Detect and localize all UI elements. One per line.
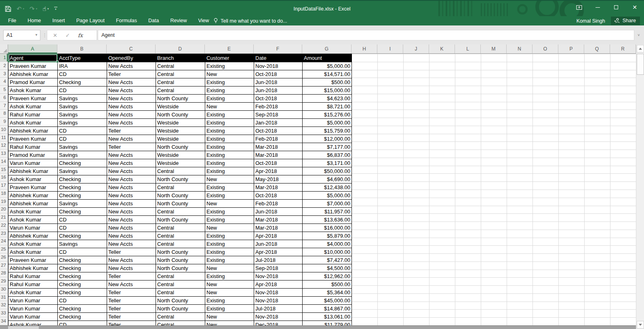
row-header-27[interactable]: 27: [0, 262, 8, 270]
row-header-28[interactable]: 28: [0, 269, 8, 277]
tab-review[interactable]: Review: [164, 16, 192, 25]
cell-C26[interactable]: New Accts: [107, 256, 156, 264]
cell-F4[interactable]: Jun-2018: [254, 78, 303, 86]
cell-C31[interactable]: Teller: [107, 297, 156, 305]
cell-D21[interactable]: North County: [156, 216, 205, 224]
cell-G17[interactable]: $12,438.00: [303, 183, 352, 192]
col-header-H[interactable]: H: [351, 44, 377, 53]
cell-C25[interactable]: Teller: [107, 248, 156, 256]
cell-F15[interactable]: Apr-2018: [254, 167, 303, 175]
row-header-5[interactable]: 5: [0, 86, 8, 94]
tab-formulas[interactable]: Formulas: [110, 16, 143, 25]
insert-function-icon[interactable]: fx: [78, 32, 83, 38]
row-header-16[interactable]: 16: [0, 173, 8, 181]
cell-G29[interactable]: $500.00: [303, 280, 352, 289]
cell-F28[interactable]: Nov-2018: [254, 272, 303, 280]
cell-D19[interactable]: North County: [156, 200, 205, 208]
cell-G7[interactable]: $8,721.00: [303, 103, 352, 111]
row-header-31[interactable]: 31: [0, 293, 8, 302]
row-header-7[interactable]: 7: [0, 102, 8, 110]
tab-file[interactable]: File: [2, 16, 22, 25]
col-header-O[interactable]: O: [532, 44, 558, 53]
cell-A6[interactable]: Praveen Kumar: [8, 95, 58, 103]
cell-C12[interactable]: Teller: [107, 143, 156, 151]
cell-A5[interactable]: Ashok Kumar: [8, 86, 58, 95]
cell-D4[interactable]: Central: [156, 78, 205, 86]
cell-D33[interactable]: Central: [156, 313, 205, 321]
cell-C2[interactable]: New Accts: [107, 62, 156, 70]
cell-E14[interactable]: Existing: [205, 159, 254, 167]
row-header-29[interactable]: 29: [0, 277, 8, 285]
cell-A34[interactable]: Ashok Kumar: [8, 321, 58, 326]
cell-B10[interactable]: CD: [58, 127, 107, 135]
cell-F33[interactable]: Nov-2018: [254, 313, 303, 321]
cell-A7[interactable]: Ashok Kumar: [8, 103, 58, 111]
cell-A28[interactable]: Rahul Kumar: [8, 272, 58, 280]
cell-E17[interactable]: Existing: [205, 183, 254, 192]
cell-C13[interactable]: New Accts: [107, 151, 156, 159]
cell-D10[interactable]: Westside: [156, 127, 205, 135]
cell-B24[interactable]: Savings: [58, 240, 107, 248]
cell-B33[interactable]: Checking: [58, 313, 107, 321]
cell-B20[interactable]: Checking: [58, 208, 107, 216]
cell-C16[interactable]: New Accts: [107, 175, 156, 183]
close-button[interactable]: ✕: [625, 1, 644, 14]
cell-G20[interactable]: $11,957.00: [303, 208, 352, 216]
cell-A13[interactable]: Pramod Kumar: [8, 151, 58, 159]
cell-C23[interactable]: New Accts: [107, 232, 156, 240]
cell-E25[interactable]: Existing: [205, 248, 254, 256]
cell-F7[interactable]: Feb-2018: [254, 103, 303, 111]
cell-E1[interactable]: Customer: [205, 54, 254, 62]
cell-G11[interactable]: $12,000.00: [303, 135, 352, 143]
cell-G32[interactable]: $14,867.00: [303, 305, 352, 313]
row-header-1[interactable]: 1: [0, 54, 8, 62]
cell-F18[interactable]: Oct-2018: [254, 192, 303, 200]
cell-D17[interactable]: Central: [156, 183, 205, 192]
cell-D28[interactable]: Central: [156, 272, 205, 280]
cell-E30[interactable]: New: [205, 289, 254, 297]
cell-D9[interactable]: Westside: [156, 119, 205, 127]
select-all-button[interactable]: [0, 44, 8, 53]
row-header-23[interactable]: 23: [0, 230, 8, 238]
cell-F19[interactable]: Feb-2018: [254, 200, 303, 208]
cell-F13[interactable]: Mar-2018: [254, 151, 303, 159]
cell-F17[interactable]: Mar-2018: [254, 183, 303, 192]
cell-A1[interactable]: Agent: [8, 54, 58, 62]
share-button[interactable]: Share: [611, 17, 640, 25]
row-header-25[interactable]: 25: [0, 245, 8, 253]
cell-C1[interactable]: OpenedBy: [107, 54, 156, 62]
cell-G30[interactable]: $5,364.00: [303, 289, 352, 297]
cell-F3[interactable]: Oct-2018: [254, 70, 303, 78]
cell-G6[interactable]: $4,623.00: [303, 95, 352, 103]
cell-C11[interactable]: New Accts: [107, 135, 156, 143]
formula-input[interactable]: Agent: [98, 30, 634, 40]
cell-G24[interactable]: $4,000.00: [303, 240, 352, 248]
cell-D27[interactable]: North County: [156, 264, 205, 272]
cell-G4[interactable]: $500.00: [303, 78, 352, 86]
cell-F16[interactable]: May-2018: [254, 175, 303, 183]
cell-E26[interactable]: Existing: [205, 256, 254, 264]
col-header-J[interactable]: J: [403, 44, 429, 53]
row-header-13[interactable]: 13: [0, 150, 8, 158]
cell-G34[interactable]: $11,779.00: [303, 321, 352, 326]
row-header-32[interactable]: 32: [0, 301, 8, 309]
cell-G13[interactable]: $6,837.00: [303, 151, 352, 159]
cell-D5[interactable]: Central: [156, 86, 205, 95]
tab-page-layout[interactable]: Page Layout: [71, 16, 110, 25]
empty-cells-area[interactable]: [351, 54, 636, 325]
tab-insert[interactable]: Insert: [47, 16, 71, 25]
cell-B8[interactable]: Savings: [58, 111, 107, 119]
cell-B27[interactable]: Checking: [58, 264, 107, 272]
cell-C6[interactable]: New Accts: [107, 95, 156, 103]
cell-F29[interactable]: Apr-2018: [254, 280, 303, 289]
cell-F24[interactable]: Jun-2018: [254, 240, 303, 248]
row-header-30[interactable]: 30: [0, 285, 8, 293]
cell-A33[interactable]: Varun Kumar: [8, 313, 58, 321]
cell-G14[interactable]: $3,171.00: [303, 159, 352, 167]
cell-A23[interactable]: Abhishek Kumar: [8, 232, 58, 240]
cell-B13[interactable]: Savings: [58, 151, 107, 159]
cell-E10[interactable]: Existing: [205, 127, 254, 135]
row-header-10[interactable]: 10: [0, 126, 8, 134]
cell-E34[interactable]: New: [205, 321, 254, 326]
row-header-34[interactable]: 34: [0, 317, 8, 325]
